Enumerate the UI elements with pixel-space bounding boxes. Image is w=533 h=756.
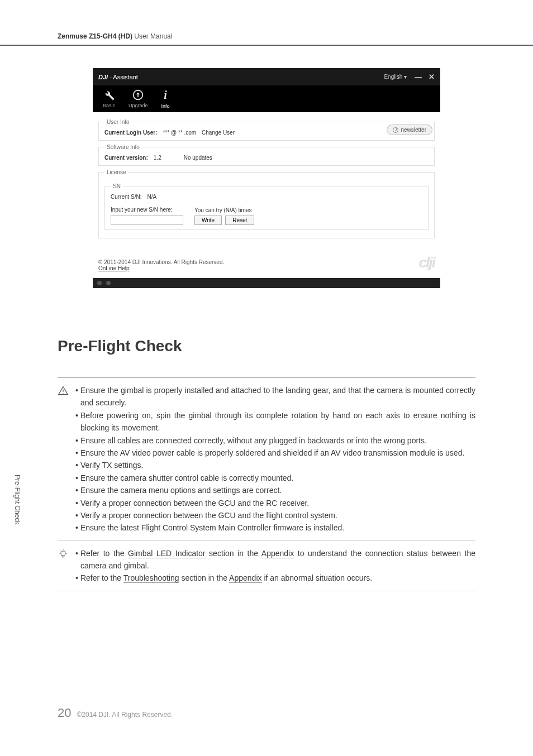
list-item: •Ensure the latest Flight Control System… [75, 521, 475, 534]
close-button[interactable]: ✕ [429, 73, 435, 81]
wrench-icon [103, 89, 115, 101]
warning-icon [58, 385, 69, 396]
user-info-group: User Info Current Login User: *** @ ** .… [98, 119, 435, 141]
change-user-link[interactable]: Change User [202, 130, 235, 136]
version-value: 1.2 [154, 155, 161, 161]
current-login-value: *** @ ** .com [163, 130, 196, 136]
product-name: Zenmuse Z15-GH4 (HD) [58, 32, 132, 40]
online-help-link[interactable]: OnLine Help [98, 265, 130, 271]
sn-input[interactable] [111, 215, 183, 225]
divider [58, 377, 475, 378]
reset-button[interactable]: Reset [225, 216, 254, 225]
list-item: •Ensure the AV video power cable is prop… [75, 447, 475, 459]
list-item: •Refer to the Gimbal LED Indicator secti… [75, 547, 475, 572]
side-tab: Pre-Flight Check [13, 475, 21, 524]
svg-line-7 [60, 551, 61, 551]
current-login-label: Current Login User: [104, 130, 157, 136]
lightbulb-icon [58, 548, 69, 559]
sn-group: SN Current S/N: N/A Input your new S/N h… [104, 183, 429, 230]
list-item: •Ensure the gimbal is properly installed… [75, 384, 475, 409]
upgrade-icon [132, 89, 144, 101]
warning-block: •Ensure the gimbal is properly installed… [58, 384, 475, 534]
tabs-bar: Basic Upgrade i Info [93, 85, 440, 112]
minimize-button[interactable]: — [415, 73, 422, 81]
tab-basic[interactable]: Basic [103, 89, 115, 112]
page-number: 20 [58, 706, 71, 720]
language-selector[interactable]: English ▾ [384, 74, 407, 80]
copyright: © 2011-2014 DJI Innovations. All Rights … [98, 259, 224, 265]
doc-type: User Manual [132, 32, 172, 40]
sn-input-label: Input your new S/N here: [111, 207, 183, 213]
update-status: No updates [184, 155, 212, 161]
svg-point-3 [61, 551, 65, 556]
section-title: Pre-Flight Check [58, 337, 475, 355]
write-button[interactable]: Write [194, 216, 222, 225]
tab-info[interactable]: i Info [161, 89, 170, 112]
divider [58, 591, 475, 591]
current-sn-label: Current S/N: [111, 194, 142, 200]
list-item: •Ensure the camera menu options and sett… [75, 484, 475, 496]
link-appendix[interactable]: Appendix [229, 573, 261, 583]
warnings-list: •Ensure the gimbal is properly installed… [75, 384, 475, 534]
page-header: Zenmuse Z15-GH4 (HD) User Manual [0, 0, 533, 46]
window-title: DJI - Assistant [98, 74, 138, 80]
newsletter-button[interactable]: newsletter [387, 125, 432, 135]
license-group: License SN Current S/N: N/A Input your n… [98, 169, 435, 238]
list-item: •Ensure all cables are connected correct… [75, 434, 475, 447]
divider [58, 540, 475, 541]
list-item: •Before powering on, spin the gimbal thr… [75, 409, 475, 434]
tips-block: •Refer to the Gimbal LED Indicator secti… [58, 547, 475, 585]
list-item: •Verify TX settings. [75, 459, 475, 471]
sn-tries: You can try (N/A) times [194, 207, 254, 213]
status-bar [93, 278, 440, 288]
svg-rect-9 [62, 556, 64, 557]
svg-line-8 [65, 551, 66, 551]
software-info-group: Software Info Current version: 1.2 No up… [98, 144, 435, 166]
list-item: •Ensure the camera shutter control cable… [75, 472, 475, 484]
tips-list: •Refer to the Gimbal LED Indicator secti… [75, 547, 475, 585]
version-label: Current version: [104, 155, 148, 161]
status-dot [97, 281, 102, 285]
dji-logo: clji [419, 254, 435, 271]
link-troubleshooting[interactable]: Troubleshooting [123, 573, 179, 583]
svg-point-2 [63, 393, 63, 394]
info-icon: i [164, 89, 167, 102]
chevron-down-icon: ▾ [404, 74, 407, 80]
current-sn-value: N/A [147, 194, 157, 200]
tab-upgrade[interactable]: Upgrade [129, 89, 148, 112]
refresh-icon [393, 127, 398, 133]
list-item: •Refer to the Troubleshooting section in… [75, 572, 475, 584]
status-dot [106, 281, 111, 285]
info-panel: newsletter User Info Current Login User:… [93, 112, 440, 278]
footer-copyright: ©2014 DJI. All Rights Reserved. [77, 711, 173, 719]
link-gimbal-led[interactable]: Gimbal LED Indicator [128, 549, 205, 558]
page-footer: 20 ©2014 DJI. All Rights Reserved. [58, 706, 173, 720]
link-appendix[interactable]: Appendix [261, 549, 294, 558]
assistant-window: DJI - Assistant English ▾ — ✕ Basic Upgr… [93, 68, 440, 288]
list-item: •Verify a proper connection between the … [75, 497, 475, 509]
titlebar: DJI - Assistant English ▾ — ✕ [93, 68, 440, 85]
list-item: •Verify a proper connection between the … [75, 509, 475, 521]
